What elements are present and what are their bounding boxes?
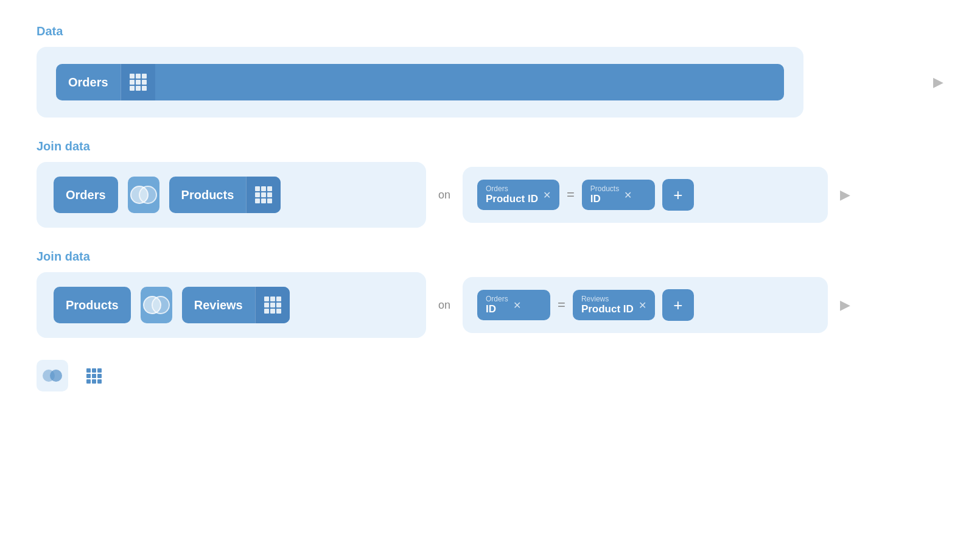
join1-equals: = [567,187,575,203]
data-arrow[interactable]: ▶ [933,74,943,90]
join2-products-label: Products [54,298,131,312]
grid-icon-orders [130,74,147,91]
join2-reviews-btn[interactable]: Reviews [182,287,290,323]
join1-section: Join data Orders Products [37,139,943,228]
join2-equals: = [558,297,565,313]
join1-row: Orders Products [37,162,943,228]
join1-join-icon [128,177,159,213]
grid-icon-reviews [264,297,281,314]
add-join-btn[interactable] [37,360,68,391]
join1-right-pill[interactable]: Products ID ✕ [582,180,655,210]
join1-add-condition-btn[interactable]: + [662,179,694,211]
join1-right-pill-close[interactable]: ✕ [624,189,632,201]
join2-right-pill-close[interactable]: ✕ [639,300,646,311]
orders-node-btn[interactable]: Orders [56,64,784,100]
join1-products-label: Products [169,188,247,202]
join1-orders-label: Orders [54,188,118,202]
add-grid-icon: + [86,368,102,384]
join2-left-card: Products Reviews [37,272,426,338]
join-icon [43,369,62,382]
join1-section-label: Join data [37,139,943,153]
join1-right-field: ID [590,193,619,205]
join1-arrow[interactable]: ▶ [840,187,850,203]
join2-join-icon [141,287,172,323]
add-table-btn[interactable]: + [78,360,110,391]
join2-section-label: Join data [37,250,943,264]
join1-orders-btn[interactable]: Orders [54,177,118,213]
join2-reviews-label: Reviews [182,298,255,312]
join1-left-card: Orders Products [37,162,426,228]
join1-left-pill-close[interactable]: ✕ [543,189,551,201]
join2-left-pill[interactable]: Orders ID ✕ [477,290,550,320]
join1-left-pill[interactable]: Orders Product ID ✕ [477,180,559,210]
join2-left-field: ID [486,303,508,315]
join2-section: Join data Products Reviews [37,250,943,338]
join2-reviews-icon [255,287,290,323]
orders-grid-icon [121,64,155,100]
join2-left-pill-close[interactable]: ✕ [513,300,521,311]
bottom-toolbar: + [37,360,943,391]
data-section-label: Data [37,24,943,38]
join2-add-condition-btn[interactable]: + [662,289,694,321]
join1-left-field: Product ID [486,193,538,205]
join1-products-icon [246,177,281,213]
join2-right-field: Product ID [581,303,634,315]
grid-icon-products1 [255,186,272,203]
data-card: Orders [37,47,803,118]
join2-condition-card: Orders ID ✕ = Reviews Product ID ✕ + [463,277,828,333]
join1-products-btn[interactable]: Products [169,177,281,213]
join2-on-label: on [438,299,450,312]
join1-right-table: Products [590,184,619,193]
data-section: Data Orders ▶ [37,24,943,118]
join2-left-table: Orders [486,295,508,303]
join1-left-table: Orders [486,184,538,193]
orders-label: Orders [56,75,121,90]
join2-right-pill[interactable]: Reviews Product ID ✕ [573,290,655,320]
join2-row: Products Reviews [37,272,943,338]
join1-condition-card: Orders Product ID ✕ = Products ID ✕ + [463,167,828,223]
join2-right-table: Reviews [581,295,634,303]
join2-arrow[interactable]: ▶ [840,297,850,313]
join2-products-btn[interactable]: Products [54,287,131,323]
join1-on-label: on [438,189,450,202]
